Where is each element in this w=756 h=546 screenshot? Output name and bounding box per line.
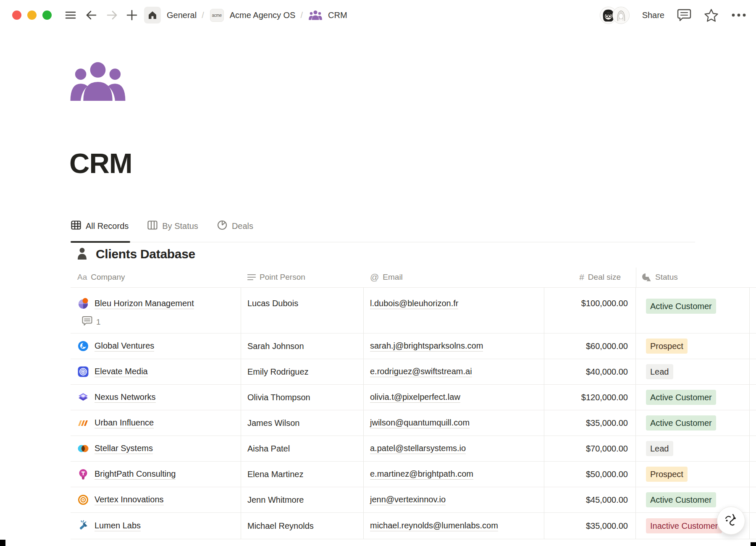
point-person-cell[interactable]: Lucas Dubois [241,288,364,333]
deal-size-cell[interactable]: $60,000.00 [544,333,636,359]
point-person-cell[interactable]: Elena Martinez [241,462,364,487]
email-link[interactable]: e.martinez@brightpath.com [370,469,473,480]
table-row[interactable]: Lumen Labs Michael Reynolds michael.reyn… [71,512,756,539]
email-link[interactable]: e.rodriguez@swiftstream.ai [370,367,472,377]
minimize-window-button[interactable] [27,10,37,20]
tab-label: All Records [86,221,129,231]
deal-size-cell[interactable]: $70,000.00 [544,436,636,461]
point-person-cell[interactable]: Jenn Whitmore [241,487,364,512]
deal-size-cell[interactable]: $100,000.00 [544,288,636,333]
point-person-cell[interactable]: Sarah Johnson [241,333,364,359]
table-row[interactable]: Urban Influence James Wilson jwilson@qua… [71,410,756,436]
column-header-email[interactable]: @ Email [364,267,544,287]
point-person-cell[interactable]: Emily Rodriguez [241,359,364,384]
deal-size-cell[interactable]: $120,000.00 [544,385,636,410]
company-name-link[interactable]: Bleu Horizon Management [94,299,194,309]
status-badge: Lead [646,364,673,379]
status-cell[interactable]: Active Customer [636,288,750,333]
comments-icon[interactable] [677,8,691,22]
company-cell[interactable]: Vertex Innovations [71,487,241,512]
company-cell[interactable]: Nexus Networks [71,385,241,410]
email-cell[interactable]: e.rodriguez@swiftstream.ai [364,359,544,384]
company-cell[interactable]: Stellar Systems [71,436,241,461]
company-cell[interactable]: Bleu Horizon Management 1 [71,288,241,333]
company-name-link[interactable]: Lumen Labs [94,521,141,531]
back-arrow-icon[interactable] [85,10,97,20]
email-link[interactable]: sarah.j@brightsparksolns.com [370,341,483,352]
point-person-cell[interactable]: Aisha Patel [241,436,364,461]
company-name-link[interactable]: Vertex Innovations [94,495,164,505]
column-header-company[interactable]: Aa Company [71,267,241,287]
table-row[interactable]: Bleu Horizon Management 1 Lucas Dubois l… [71,287,756,333]
company-name-link[interactable]: Nexus Networks [94,392,156,403]
email-link[interactable]: a.patel@stellarsystems.io [370,444,466,454]
tab-by-status[interactable]: By Status [147,220,198,242]
close-window-button[interactable] [12,10,21,20]
email-cell[interactable]: a.patel@stellarsystems.io [364,436,544,461]
email-link[interactable]: jenn@vertexinnov.io [370,495,446,505]
breadcrumb-page[interactable]: CRM [328,10,347,20]
share-button[interactable]: Share [642,10,664,20]
table-row[interactable]: Stellar Systems Aisha Patel a.patel@stel… [71,436,756,461]
breadcrumb-workspace[interactable]: Acme Agency OS [230,10,296,20]
email-cell[interactable]: jenn@vertexinnov.io [364,487,544,512]
table-row[interactable]: Elevate Media Emily Rodriguez e.rodrigue… [71,359,756,384]
table-row[interactable]: Global Ventures Sarah Johnson sarah.j@br… [71,333,756,359]
point-person-cell[interactable]: Michael Reynolds [241,513,364,539]
deal-size-cell[interactable]: $35,000.00 [544,410,636,436]
email-link[interactable]: olivia.t@pixelperfect.law [370,392,460,403]
deal-size-cell[interactable]: $50,000.00 [544,462,636,487]
company-name-link[interactable]: Stellar Systems [94,444,153,454]
deal-size-cell[interactable]: $45,000.00 [544,487,636,512]
more-options-icon[interactable] [731,13,746,17]
comment-indicator[interactable]: 1 [82,316,101,328]
company-cell[interactable]: Urban Influence [71,410,241,436]
column-header-status[interactable]: Status [636,267,750,287]
workspace-logo-badge[interactable]: acme [210,9,224,22]
deal-size-cell[interactable]: $40,000.00 [544,359,636,384]
email-link[interactable]: l.dubois@bleuhorizon.fr [370,299,458,309]
column-header-point-person[interactable]: Point Person [241,267,364,287]
table-row[interactable]: BrightPath Consulting Elena Martinez e.m… [71,461,756,487]
point-person-cell[interactable]: Olivia Thompson [241,385,364,410]
company-name-link[interactable]: BrightPath Consulting [94,469,176,480]
point-person-cell[interactable]: James Wilson [241,410,364,436]
email-cell[interactable]: jwilson@quantumquill.com [364,410,544,436]
collaborator-avatars[interactable] [600,7,630,24]
tab-all-records[interactable]: All Records [71,220,129,242]
email-cell[interactable]: olivia.t@pixelperfect.law [364,385,544,410]
breadcrumb-root[interactable]: General [167,10,197,20]
home-icon[interactable] [144,7,161,24]
company-cell[interactable]: Elevate Media [71,359,241,384]
company-name-link[interactable]: Elevate Media [94,367,148,377]
table-row[interactable]: Vertex Innovations Jenn Whitmore jenn@ve… [71,487,756,512]
favorite-star-icon[interactable] [704,8,719,22]
status-cell[interactable]: Prospect [636,462,750,487]
company-cell[interactable]: BrightPath Consulting [71,462,241,487]
page-people-group-icon[interactable] [70,61,126,101]
status-cell[interactable]: Active Customer [636,410,750,436]
status-cell[interactable]: Active Customer [636,385,750,410]
table-row[interactable]: Nexus Networks Olivia Thompson olivia.t@… [71,384,756,410]
new-page-plus-icon[interactable] [126,10,137,21]
email-link[interactable]: jwilson@quantumquill.com [370,418,470,428]
zoom-window-button[interactable] [42,10,52,20]
email-cell[interactable]: e.martinez@brightpath.com [364,462,544,487]
company-name-link[interactable]: Global Ventures [94,341,154,352]
status-cell[interactable]: Lead [636,436,750,461]
tab-deals[interactable]: Deals [217,220,253,242]
company-cell[interactable]: Global Ventures [71,333,241,359]
email-cell[interactable]: sarah.j@brightsparksolns.com [364,333,544,359]
sidebar-menu-icon[interactable] [65,10,76,20]
notion-ai-button[interactable] [717,507,745,535]
email-link[interactable]: michael.reynolds@lumenlabs.com [370,521,498,531]
status-cell[interactable]: Prospect [636,333,750,359]
company-cell[interactable]: Lumen Labs [71,513,241,539]
email-cell[interactable]: l.dubois@bleuhorizon.fr [364,288,544,333]
forward-arrow-icon[interactable] [106,10,118,20]
status-cell[interactable]: Lead [636,359,750,384]
deal-size-cell[interactable]: $35,000.00 [544,513,636,539]
column-header-deal-size[interactable]: # Deal size [544,267,636,287]
email-cell[interactable]: michael.reynolds@lumenlabs.com [364,513,544,539]
company-name-link[interactable]: Urban Influence [94,418,154,428]
